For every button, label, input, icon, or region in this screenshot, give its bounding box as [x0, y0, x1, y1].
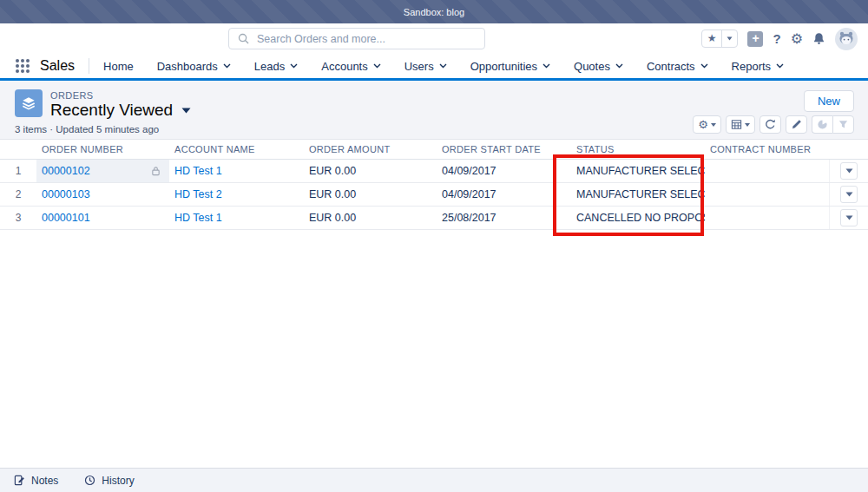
- lock-icon: [151, 166, 161, 176]
- edit-button[interactable]: [786, 115, 807, 134]
- order-amount-cell: EUR 0.00: [304, 188, 437, 200]
- table-row: 3 00000101 HD Test 1 EUR 0.00 25/08/2017…: [0, 207, 868, 230]
- caret-down-icon: [845, 215, 853, 220]
- status-cell: CANCELLED NO PROPOSALS: [571, 212, 705, 224]
- notifications-bell-icon[interactable]: [812, 32, 825, 45]
- chevron-down-icon: [223, 63, 231, 69]
- order-number-link[interactable]: 00000101: [42, 212, 90, 224]
- orders-list-page: ORDERS Recently Viewed 3 items · Updated…: [0, 81, 868, 492]
- entity-label: ORDERS: [50, 90, 191, 101]
- utility-notes-label: Notes: [31, 475, 58, 487]
- refresh-button[interactable]: [760, 115, 781, 134]
- order-amount-cell: EUR 0.00: [304, 165, 437, 177]
- chevron-down-icon: [542, 63, 550, 69]
- tab-home[interactable]: Home: [103, 60, 134, 73]
- status-cell: MANUFACTURER SELECTED: [571, 188, 705, 200]
- column-header-order-number[interactable]: ORDER NUMBER: [36, 140, 169, 159]
- page-header: ORDERS Recently Viewed 3 items · Updated…: [0, 81, 868, 139]
- row-actions-cell: [829, 160, 868, 182]
- column-header-status[interactable]: STATUS: [571, 144, 705, 154]
- row-action-button[interactable]: [840, 162, 858, 180]
- tab-opportunities[interactable]: Opportunities: [470, 60, 550, 73]
- chevron-down-icon: [439, 63, 447, 69]
- chart-pie-icon: [817, 119, 828, 130]
- caret-down-icon: [745, 123, 750, 127]
- search-input[interactable]: [257, 33, 476, 45]
- app-nav-bar: Sales Home Dashboards Leads Accounts Use…: [0, 54, 868, 81]
- setup-gear-icon[interactable]: ⚙: [791, 32, 803, 46]
- gear-icon: ⚙: [698, 119, 708, 130]
- column-header-order-amount[interactable]: ORDER AMOUNT: [304, 144, 437, 154]
- row-number: 2: [0, 188, 36, 200]
- utility-notes[interactable]: Notes: [14, 475, 58, 487]
- list-toolbar: ⚙: [693, 115, 854, 134]
- account-name-link[interactable]: HD Test 1: [174, 212, 222, 224]
- toolbar-disabled-group: [812, 115, 854, 134]
- caret-down-icon: [845, 192, 853, 197]
- account-name-link[interactable]: HD Test 1: [174, 165, 222, 177]
- sandbox-banner: Sandbox: blog: [0, 0, 868, 23]
- history-clock-icon: [84, 475, 95, 486]
- app-name: Sales: [40, 58, 75, 74]
- help-icon[interactable]: ?: [773, 31, 780, 46]
- list-settings-button[interactable]: ⚙: [693, 115, 721, 134]
- column-header-order-start-date[interactable]: ORDER START DATE: [437, 144, 571, 154]
- filters-button: [832, 115, 854, 134]
- header-actions: ★ + ? ⚙: [701, 23, 858, 54]
- row-number: 1: [0, 165, 36, 177]
- orders-table: ORDER NUMBER ACCOUNT NAME ORDER AMOUNT O…: [0, 139, 868, 468]
- sandbox-banner-text: Sandbox: blog: [404, 7, 464, 17]
- order-number-link[interactable]: 00000102: [42, 165, 90, 177]
- list-view-caret-icon[interactable]: [181, 108, 191, 114]
- column-header-contract-number[interactable]: CONTRACT NUMBER: [705, 144, 829, 154]
- favorites-control[interactable]: ★: [701, 30, 739, 48]
- chevron-down-icon: [615, 63, 623, 69]
- order-amount-cell: EUR 0.00: [304, 212, 437, 224]
- status-cell: MANUFACTURER SELECTED: [571, 165, 705, 177]
- new-button[interactable]: New: [804, 90, 854, 112]
- add-icon[interactable]: +: [747, 31, 763, 47]
- global-search[interactable]: [228, 28, 485, 49]
- order-number-link[interactable]: 00000103: [42, 188, 90, 200]
- display-as-button[interactable]: [726, 115, 755, 134]
- table-row: 2 00000103 HD Test 2 EUR 0.00 04/09/2017…: [0, 183, 868, 207]
- tab-contracts[interactable]: Contracts: [647, 60, 708, 73]
- chevron-down-icon: [373, 63, 381, 69]
- row-actions-cell: [829, 207, 868, 229]
- orders-entity-icon: [15, 89, 43, 117]
- filter-funnel-icon: [838, 119, 849, 130]
- tab-quotes[interactable]: Quotes: [574, 60, 623, 73]
- page-title: Recently Viewed: [50, 101, 173, 120]
- app-launcher-icon[interactable]: [16, 59, 30, 73]
- list-view-selector[interactable]: Recently Viewed: [50, 101, 191, 120]
- row-action-button[interactable]: [840, 186, 858, 203]
- row-actions-cell: [829, 183, 868, 206]
- chevron-down-icon: [776, 63, 784, 69]
- user-avatar[interactable]: [835, 28, 858, 50]
- utility-bar: Notes History: [0, 468, 868, 492]
- chevron-down-icon: [700, 63, 708, 69]
- tab-users[interactable]: Users: [404, 60, 447, 73]
- search-icon: [238, 33, 249, 44]
- utility-history[interactable]: History: [84, 475, 134, 487]
- refresh-icon: [765, 119, 776, 130]
- chevron-down-icon: [290, 63, 298, 69]
- order-number-cell: 00000103: [36, 183, 169, 206]
- tab-dashboards[interactable]: Dashboards: [157, 60, 231, 73]
- column-header-actions: [829, 140, 868, 159]
- order-start-date-cell: 25/08/2017: [437, 212, 571, 224]
- tab-leads[interactable]: Leads: [254, 60, 298, 73]
- tab-accounts[interactable]: Accounts: [321, 60, 380, 73]
- note-icon: [14, 475, 25, 486]
- table-row: 1 00000102 HD Test 1 EUR 0.00 04/09/2017…: [0, 160, 868, 183]
- column-header-account-name[interactable]: ACCOUNT NAME: [169, 144, 304, 154]
- charts-button: [812, 115, 832, 134]
- favorites-caret-icon[interactable]: [721, 30, 737, 47]
- favorites-star-icon[interactable]: ★: [702, 30, 722, 47]
- account-name-link[interactable]: HD Test 2: [174, 188, 222, 200]
- pencil-icon: [791, 119, 802, 130]
- row-action-button[interactable]: [840, 209, 858, 226]
- global-header: ★ + ? ⚙: [0, 23, 868, 54]
- caret-down-icon: [711, 123, 716, 127]
- tab-reports[interactable]: Reports: [732, 60, 785, 73]
